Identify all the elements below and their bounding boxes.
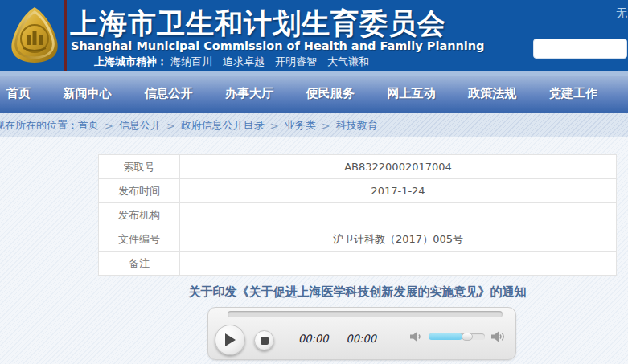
volume-low-icon[interactable] bbox=[410, 331, 422, 342]
org-name-en: Shanghai Municipal Commission of Health … bbox=[71, 39, 457, 52]
nav-item-public-service[interactable]: 便民服务 bbox=[306, 86, 355, 101]
breadcrumb-home[interactable]: 首页 bbox=[78, 118, 99, 133]
breadcrumb-bar: 现在所在的位置： 首页 > 信息公开 > 政府信息公开目录 > 业务类 > 科技… bbox=[0, 111, 628, 137]
slogan-text: 海纳百川 追求卓越 开明睿智 大气谦和 bbox=[170, 55, 369, 67]
document-number-value: 沪卫计科教（2017）005号 bbox=[180, 227, 617, 252]
volume-high-icon[interactable] bbox=[491, 331, 506, 342]
breadcrumb-info-disclosure[interactable]: 信息公开 bbox=[119, 118, 161, 133]
breadcrumb-science-education[interactable]: 科技教育 bbox=[336, 118, 378, 133]
time-display: 00:00 00:00 bbox=[298, 333, 376, 345]
seek-bar[interactable] bbox=[228, 311, 503, 317]
gold-emblem-icon bbox=[7, 5, 62, 66]
play-button[interactable] bbox=[215, 325, 245, 355]
nav-item-info-disclosure[interactable]: 信息公开 bbox=[144, 86, 192, 101]
table-row: 发布机构 bbox=[99, 203, 617, 227]
slogan-label: 上海城市精神： bbox=[94, 55, 167, 67]
stop-icon bbox=[261, 337, 269, 345]
header-divider bbox=[64, 0, 67, 71]
remarks-value bbox=[180, 252, 617, 276]
nav-item-party-building[interactable]: 党建工作 bbox=[549, 86, 597, 101]
volume-fill bbox=[429, 333, 462, 340]
row-label: 备注 bbox=[99, 252, 180, 276]
main-nav: 首页 新闻中心 信息公开 办事大厅 便民服务 网上互动 政策法规 党建工作 bbox=[0, 76, 628, 111]
table-row: 索取号 AB83220002017004 bbox=[99, 155, 617, 179]
index-number-value: AB83220002017004 bbox=[180, 155, 617, 179]
nav-item-news[interactable]: 新闻中心 bbox=[64, 86, 112, 101]
stop-button[interactable] bbox=[254, 330, 274, 350]
current-time: 00:00 bbox=[298, 333, 328, 345]
breadcrumb-separator: > bbox=[105, 120, 113, 132]
document-info-table: 索取号 AB83220002017004 发布时间 2017-1-24 发布机构… bbox=[98, 154, 617, 276]
breadcrumb-separator: > bbox=[322, 120, 330, 132]
total-time: 00:00 bbox=[346, 333, 376, 345]
row-label: 索取号 bbox=[99, 155, 180, 179]
page: { "header": { "org_name_cn": "上海市卫生和计划生育… bbox=[0, 0, 628, 364]
play-icon bbox=[224, 333, 236, 346]
site-header: 上海市卫生和计划生育委员会 Shanghai Municipal Commiss… bbox=[0, 0, 628, 71]
table-row: 备注 bbox=[99, 252, 617, 276]
city-spirit-slogan: 上海城市精神：海纳百川 追求卓越 开明睿智 大气谦和 bbox=[94, 55, 369, 69]
publish-date-value: 2017-1-24 bbox=[180, 179, 617, 203]
row-label: 文件编号 bbox=[99, 227, 180, 252]
breadcrumb-separator: > bbox=[270, 120, 279, 132]
publish-org-value bbox=[180, 203, 617, 227]
volume-slider[interactable] bbox=[429, 333, 485, 340]
breadcrumb-separator: > bbox=[166, 120, 175, 132]
breadcrumb-gov-info-catalog[interactable]: 政府信息公开目录 bbox=[181, 118, 265, 133]
breadcrumb-business-category[interactable]: 业务类 bbox=[285, 118, 316, 133]
header-search-input[interactable] bbox=[533, 39, 627, 59]
nav-item-online-interaction[interactable]: 网上互动 bbox=[388, 86, 436, 101]
row-label: 发布机构 bbox=[99, 203, 180, 227]
volume-handle[interactable] bbox=[462, 333, 473, 341]
table-row: 文件编号 沪卫计科教（2017）005号 bbox=[99, 227, 617, 252]
breadcrumb: 现在所在的位置： 首页 > 信息公开 > 政府信息公开目录 > 业务类 > 科技… bbox=[0, 113, 628, 137]
volume-controls bbox=[410, 331, 506, 342]
breadcrumb-prefix: 现在所在的位置： bbox=[0, 118, 78, 133]
org-name-cn: 上海市卫生和计划生育委员会 bbox=[70, 5, 456, 43]
table-row: 发布时间 2017-1-24 bbox=[99, 179, 617, 203]
nav-item-policies[interactable]: 政策法规 bbox=[468, 86, 516, 101]
audio-player: 00:00 00:00 bbox=[207, 307, 516, 360]
header-bottom-band bbox=[0, 71, 628, 76]
nav-item-service-hall[interactable]: 办事大厅 bbox=[225, 86, 273, 101]
row-label: 发布时间 bbox=[99, 179, 180, 203]
article-title: 关于印发《关于促进上海医学科技创新发展的实施意见》的通知 bbox=[98, 284, 617, 300]
nav-item-home[interactable]: 首页 bbox=[6, 86, 31, 101]
accessibility-link[interactable]: 无 bbox=[616, 6, 627, 21]
